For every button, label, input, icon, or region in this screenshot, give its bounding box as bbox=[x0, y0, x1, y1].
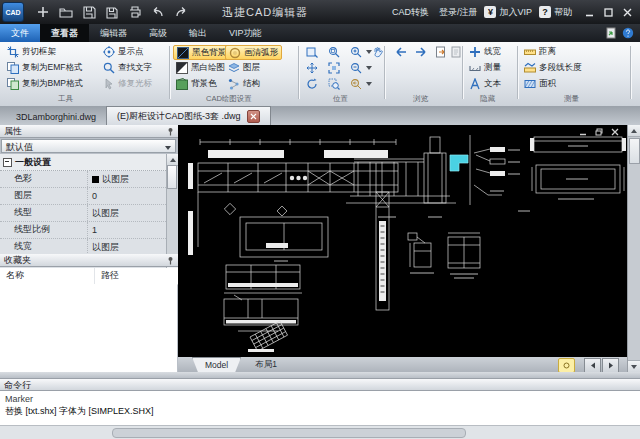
tab-file[interactable]: 文件 bbox=[0, 24, 40, 42]
app-logo-icon: CAD bbox=[2, 2, 24, 22]
tab-output[interactable]: 输出 bbox=[178, 24, 218, 42]
measure-distance-button[interactable]: 距离 bbox=[521, 45, 559, 59]
ribbon-tabbar: 文件 查看器 编辑器 高级 输出 VIP功能 bbox=[0, 24, 640, 42]
find-text-icon bbox=[103, 62, 115, 74]
command-input[interactable] bbox=[112, 428, 466, 438]
vertical-scrollbar[interactable] bbox=[627, 125, 640, 372]
clip-frame-button[interactable]: 剪切框架 bbox=[4, 45, 59, 59]
scroll-down-icon[interactable] bbox=[628, 360, 640, 372]
lineweight-icon bbox=[469, 46, 481, 58]
back-button[interactable] bbox=[392, 45, 410, 59]
hide-measure-button[interactable]: 测量 bbox=[466, 61, 504, 75]
previous-view-button[interactable] bbox=[303, 45, 321, 59]
group-caption-measure: 测量 bbox=[564, 94, 579, 104]
drawing-canvas[interactable] bbox=[178, 125, 627, 357]
zoom-out-button[interactable] bbox=[347, 61, 375, 75]
collapse-icon[interactable] bbox=[3, 158, 12, 167]
scrollbar-thumb[interactable] bbox=[629, 138, 640, 164]
sheet-prev-button[interactable] bbox=[584, 358, 601, 373]
hide-lineweight-button[interactable]: 线宽 bbox=[466, 45, 504, 59]
tab-editor[interactable]: 编辑器 bbox=[89, 24, 138, 42]
structure-button[interactable]: 结构 bbox=[225, 77, 263, 91]
doc-tab-lamborghini[interactable]: 3DLamborghini.dwg bbox=[6, 108, 106, 125]
text-a-icon bbox=[469, 78, 481, 90]
copy-bmp-button[interactable]: 复制为BMP格式 bbox=[4, 77, 86, 91]
forward-arrow-icon bbox=[415, 46, 427, 58]
save-icon[interactable] bbox=[82, 5, 96, 19]
print-icon[interactable] bbox=[128, 5, 142, 19]
paste-doc-icon[interactable] bbox=[605, 27, 617, 39]
hand-pan-button[interactable] bbox=[369, 45, 387, 59]
doc-tab-cabinet-active[interactable]: (E)厨柜设计CAD图纸-3套 .dwg bbox=[106, 106, 271, 125]
property-row[interactable]: 图层 0 bbox=[0, 188, 178, 205]
scroll-up-icon[interactable] bbox=[628, 125, 640, 137]
redo-icon[interactable] bbox=[174, 5, 188, 19]
rotate-view-icon bbox=[306, 78, 318, 90]
pin-icon[interactable] bbox=[166, 127, 175, 136]
property-row[interactable]: 线型比例 1 bbox=[0, 222, 178, 239]
measure-polyline-button[interactable]: 多段线长度 bbox=[521, 61, 585, 75]
column-path[interactable]: 路径 bbox=[94, 268, 178, 284]
copy-emf-button[interactable]: 复制为EMF格式 bbox=[4, 61, 85, 75]
zoom-selection-button[interactable] bbox=[325, 77, 343, 91]
tab-advanced[interactable]: 高级 bbox=[138, 24, 178, 42]
hide-text-button[interactable]: 文本 bbox=[466, 77, 504, 91]
child-minimize-icon[interactable] bbox=[579, 128, 587, 136]
doc-tab-close-icon[interactable] bbox=[247, 110, 260, 123]
background-color-button[interactable]: 背景色 bbox=[173, 77, 220, 91]
child-close-icon[interactable] bbox=[611, 128, 619, 136]
zoom-window-icon bbox=[328, 46, 340, 58]
zoom-extents-button[interactable] bbox=[325, 61, 343, 75]
close-button[interactable] bbox=[623, 8, 632, 17]
smooth-arcs-button[interactable]: 画清弧形 bbox=[225, 45, 282, 60]
find-text-button[interactable]: 查找文字 bbox=[100, 61, 155, 75]
pin-icon[interactable] bbox=[166, 256, 175, 265]
save-as-icon[interactable] bbox=[105, 5, 119, 19]
properties-header: 属性 bbox=[0, 125, 178, 138]
preset-dropdown[interactable]: 默认值 bbox=[1, 139, 176, 153]
property-row[interactable]: 线型 以图层 bbox=[0, 205, 178, 222]
command-input-row bbox=[0, 425, 640, 439]
column-name[interactable]: 名称 bbox=[0, 268, 94, 284]
pan-button[interactable] bbox=[303, 61, 321, 75]
ribbon-help-icon[interactable] bbox=[622, 27, 634, 39]
sheet-next-button[interactable] bbox=[602, 358, 619, 373]
zoom-window-button[interactable] bbox=[325, 45, 343, 59]
notification-icon[interactable] bbox=[558, 358, 575, 373]
join-vip-button[interactable]: ¥ 加入VIP bbox=[484, 6, 532, 19]
fix-cursor-button[interactable]: 修复光标 bbox=[100, 77, 155, 91]
property-row[interactable]: 色彩 以图层 bbox=[0, 171, 178, 188]
black-background-button[interactable]: 黑色背景 bbox=[173, 45, 230, 60]
goto-page2-button[interactable] bbox=[447, 45, 465, 59]
new-file-icon[interactable] bbox=[36, 5, 50, 19]
pan-arrows-icon bbox=[306, 62, 318, 74]
minimize-button[interactable] bbox=[585, 8, 594, 17]
open-file-icon[interactable] bbox=[59, 5, 73, 19]
layers-button[interactable]: 图层 bbox=[225, 61, 263, 75]
favorites-list[interactable] bbox=[0, 284, 177, 372]
property-category[interactable]: 一般设置 bbox=[0, 154, 178, 171]
help-button[interactable]: ? 帮助 bbox=[539, 6, 572, 19]
measure-area-button[interactable]: 面积 bbox=[521, 77, 559, 91]
maximize-button[interactable] bbox=[604, 8, 613, 17]
group-caption-tools: 工具 bbox=[58, 94, 73, 104]
cad-convert-button[interactable]: CAD转换 bbox=[389, 6, 429, 19]
login-button[interactable]: 登录/注册 bbox=[436, 6, 478, 19]
scrollbar-thumb[interactable] bbox=[167, 165, 177, 189]
zoom-in-icon bbox=[350, 46, 362, 58]
forward-button[interactable] bbox=[412, 45, 430, 59]
polyline-length-icon bbox=[524, 62, 536, 74]
undo-icon[interactable] bbox=[151, 5, 165, 19]
tab-viewer[interactable]: 查看器 bbox=[40, 24, 89, 42]
rotate-view-button[interactable] bbox=[303, 77, 321, 91]
bw-drawing-button[interactable]: 黑白绘图 bbox=[173, 61, 228, 75]
left-panel: 属性 默认值 一般设置 色彩 以图层 图层 0 线型 以图层 线型比例 1 线宽… bbox=[0, 125, 179, 372]
child-restore-icon[interactable] bbox=[595, 128, 603, 136]
tab-vip[interactable]: VIP功能 bbox=[218, 24, 273, 42]
color-swatch bbox=[92, 176, 99, 183]
show-points-button[interactable]: 显示点 bbox=[100, 45, 147, 59]
sheet-tab-layout1[interactable]: 布局1 bbox=[255, 359, 277, 371]
zoom-previous-button[interactable] bbox=[347, 77, 375, 91]
distance-icon bbox=[524, 46, 536, 58]
sheet-tab-model[interactable]: Model bbox=[192, 357, 241, 372]
